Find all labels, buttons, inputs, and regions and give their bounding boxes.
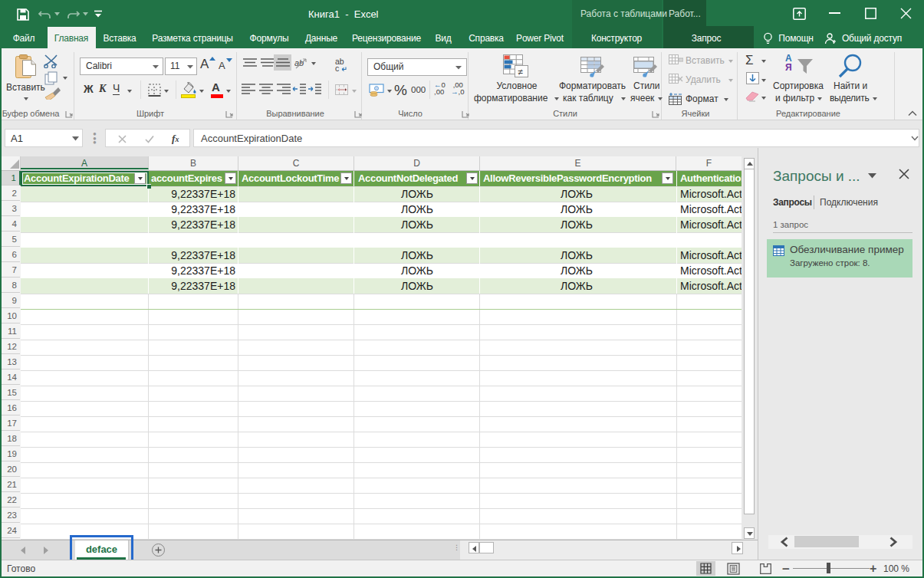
svg-text:≠: ≠	[518, 67, 524, 77]
svg-text:c: c	[335, 64, 339, 71]
